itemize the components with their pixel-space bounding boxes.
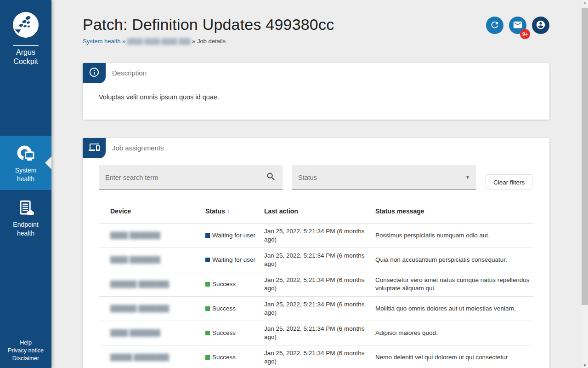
account-button[interactable] (532, 17, 549, 34)
app-name: Argus Cockpit (7, 48, 44, 66)
table-row: ██████ ███████ Success Jan 25, 2022, 5:2… (99, 297, 533, 321)
account-icon (536, 20, 546, 31)
privacy-notice-link[interactable]: Privacy notice (0, 347, 51, 355)
status-color-square (205, 306, 210, 311)
description-card-title: Description (83, 63, 549, 77)
refresh-icon (490, 20, 500, 31)
scrollbar-up-arrow[interactable]: ▲ (582, 0, 588, 5)
table-row: ████ ███████ Waiting for user Jan 25, 20… (99, 248, 533, 272)
device-cell: ██████ ███████ (99, 272, 205, 297)
mail-icon (513, 20, 523, 31)
device-name: ████ ███████ (110, 256, 160, 263)
endpoint-health-icon (16, 198, 36, 218)
status-cell: Success (205, 321, 264, 345)
column-header-status-message[interactable]: Status message (375, 199, 533, 224)
status-cell: Success (205, 272, 264, 297)
status-message-cell: Mollitia quo omnis dolores aut ut molest… (375, 297, 533, 321)
device-cell: ████ ███████ (99, 248, 205, 272)
table-row: ████ ███████ Waiting for user Jan 25, 20… (99, 224, 533, 248)
status-cell: Waiting for user (205, 224, 264, 248)
vertical-scrollbar[interactable]: ▲ ▼ (582, 0, 588, 368)
status-color-square (205, 233, 210, 238)
column-header-last-action[interactable]: Last action (264, 199, 375, 224)
search-icon[interactable] (266, 172, 276, 184)
status-filter-select[interactable]: Status ▼ (292, 165, 476, 190)
assignments-table: Device Status ↑ Last action Status messa… (99, 199, 533, 368)
assignments-table-body: ████ ███████ Waiting for user Jan 25, 20… (99, 224, 533, 368)
breadcrumb-redacted-segment[interactable]: ████ ████ ████ ███ (127, 38, 191, 45)
search-input[interactable] (105, 174, 266, 181)
devices-icon (89, 142, 100, 155)
clear-filters-button[interactable]: Clear filters (486, 174, 532, 190)
column-header-status[interactable]: Status ↑ (205, 199, 264, 224)
header-actions: 9+ (486, 17, 549, 34)
status-label: Success (212, 305, 236, 313)
sidebar-nav: System health (0, 136, 51, 244)
logo-divider (13, 45, 39, 46)
table-row: ██████ ███████ Success Jan 25, 2022, 5:2… (99, 272, 533, 297)
system-health-icon (16, 144, 36, 164)
last-action-cell: Jan 25, 2022, 5:21:34 PM (6 months ago) (264, 272, 375, 297)
status-label: Success (212, 353, 236, 362)
device-name: █████ ████████ (110, 354, 169, 361)
scrollbar-down-arrow[interactable]: ▼ (582, 363, 588, 368)
table-row: ████ ███████ Success Jan 25, 2022, 5:21:… (99, 321, 533, 345)
status-message-cell: Possimus perspiciatis numquam odio aut. (375, 224, 533, 248)
status-label: Success (212, 329, 236, 337)
sort-ascending-icon[interactable]: ↑ (227, 208, 230, 215)
sidebar-item-endpoint-health[interactable]: Endpoint health (0, 190, 51, 244)
breadcrumb-separator: » (122, 38, 125, 45)
status-color-square (205, 258, 210, 262)
messages-button[interactable]: 9+ (509, 17, 526, 34)
job-assignments-card-tab (83, 138, 106, 158)
page-header: Patch: Definition Updates 499380cc Syste… (83, 0, 549, 45)
device-cell: ████ ███████ (99, 224, 205, 248)
breadcrumb-system-health-link[interactable]: System health (83, 38, 120, 45)
main-content: Patch: Definition Updates 499380cc Syste… (51, 0, 582, 368)
breadcrumb: System health » ████ ████ ████ ███ » Job… (83, 38, 549, 45)
status-color-square (205, 355, 210, 360)
filter-row: Status ▼ Clear filters (99, 165, 533, 190)
description-card: Description Voluptas velit omnis ipsum q… (83, 63, 549, 120)
device-name: ██████ ███████ (110, 281, 169, 288)
sidebar: Argus Cockpit System health (0, 0, 51, 368)
status-cell: Success (205, 345, 264, 368)
notification-badge: 9+ (520, 29, 530, 39)
sidebar-item-system-health[interactable]: System health (0, 136, 51, 190)
sidebar-item-label: Endpoint health (7, 220, 44, 238)
sidebar-item-label: System health (7, 166, 44, 184)
device-cell: ██████ ███████ (99, 297, 205, 321)
status-color-square (205, 331, 210, 335)
scrollbar-thumb[interactable] (582, 8, 588, 305)
last-action-cell: Jan 25, 2022, 5:21:34 PM (6 months ago) (264, 248, 375, 272)
status-label: Success (212, 280, 236, 288)
active-item-notch (45, 156, 51, 169)
status-cell: Waiting for user (205, 248, 264, 272)
info-icon (89, 67, 100, 80)
status-cell: Success (205, 297, 264, 321)
status-message-cell: Adipisci maiores quod. (375, 321, 533, 345)
description-card-tab (83, 63, 106, 83)
status-message-cell: Nemo deleniti vel qui dolorem ut qui con… (375, 345, 533, 368)
help-link[interactable]: Help (0, 339, 51, 347)
refresh-button[interactable] (486, 17, 503, 34)
job-assignments-card: Job assignments Status ▼ Clear filters D… (83, 138, 549, 368)
sidebar-footer: Help Privacy notice Disclaimer (0, 339, 51, 362)
column-header-device[interactable]: Device (99, 199, 205, 224)
status-message-cell: Quia non accusantium perspiciatis conseq… (375, 248, 533, 272)
device-name: ██████ ███████ (110, 305, 169, 312)
device-cell: ████ ███████ (99, 321, 205, 345)
last-action-cell: Jan 25, 2022, 5:21:34 PM (6 months ago) (264, 321, 375, 345)
status-filter-label: Status (298, 174, 317, 181)
app-logo-icon (13, 12, 39, 38)
search-field[interactable] (99, 165, 283, 190)
table-row: █████ ████████ Success Jan 25, 2022, 5:2… (99, 345, 533, 368)
disclaimer-link[interactable]: Disclaimer (0, 355, 51, 362)
last-action-cell: Jan 25, 2022, 5:21:34 PM (6 months ago) (264, 345, 375, 368)
status-label: Waiting for user (212, 256, 255, 264)
last-action-cell: Jan 25, 2022, 5:21:34 PM (6 months ago) (264, 224, 375, 248)
table-header-row: Device Status ↑ Last action Status messa… (99, 199, 533, 224)
job-assignments-card-title: Job assignments (83, 138, 549, 152)
page-title: Patch: Definition Updates 499380cc (83, 16, 549, 34)
last-action-cell: Jan 25, 2022, 5:21:34 PM (6 months ago) (264, 297, 375, 321)
